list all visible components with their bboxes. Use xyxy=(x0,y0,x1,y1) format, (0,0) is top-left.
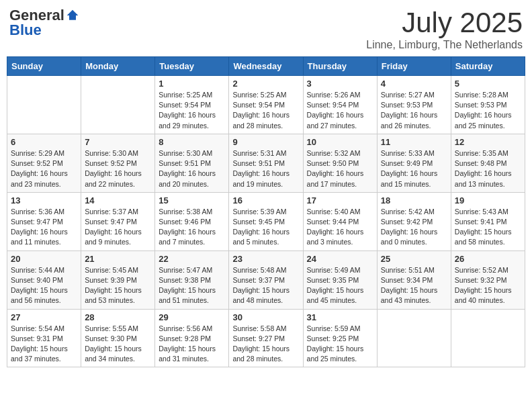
calendar-table: SundayMondayTuesdayWednesdayThursdayFrid… xyxy=(7,56,525,367)
location-title: Linne, Limburg, The Netherlands xyxy=(366,39,523,51)
day-info: Sunrise: 5:51 AM Sunset: 9:34 PM Dayligh… xyxy=(381,265,447,306)
day-number: 27 xyxy=(11,312,77,322)
weekday-header-wednesday: Wednesday xyxy=(229,57,303,76)
day-number: 4 xyxy=(381,79,447,89)
day-info: Sunrise: 5:40 AM Sunset: 9:44 PM Dayligh… xyxy=(307,207,373,248)
day-info: Sunrise: 5:38 AM Sunset: 9:46 PM Dayligh… xyxy=(159,207,225,248)
calendar-cell: 13Sunrise: 5:36 AM Sunset: 9:47 PM Dayli… xyxy=(7,192,81,250)
day-number: 19 xyxy=(455,195,521,205)
calendar-cell xyxy=(451,309,525,367)
day-number: 10 xyxy=(307,137,373,147)
day-info: Sunrise: 5:30 AM Sunset: 9:51 PM Dayligh… xyxy=(159,148,225,189)
day-number: 14 xyxy=(85,195,151,205)
calendar-cell: 11Sunrise: 5:33 AM Sunset: 9:49 PM Dayli… xyxy=(377,134,451,192)
day-number: 13 xyxy=(11,195,77,205)
calendar-cell: 10Sunrise: 5:32 AM Sunset: 9:50 PM Dayli… xyxy=(303,134,377,192)
day-info: Sunrise: 5:28 AM Sunset: 9:53 PM Dayligh… xyxy=(455,90,521,131)
day-info: Sunrise: 5:25 AM Sunset: 9:54 PM Dayligh… xyxy=(159,90,225,131)
day-number: 21 xyxy=(85,254,151,264)
calendar-cell: 7Sunrise: 5:30 AM Sunset: 9:52 PM Daylig… xyxy=(81,134,155,192)
day-info: Sunrise: 5:32 AM Sunset: 9:50 PM Dayligh… xyxy=(307,148,373,189)
day-info: Sunrise: 5:55 AM Sunset: 9:30 PM Dayligh… xyxy=(85,324,151,365)
weekday-header-row: SundayMondayTuesdayWednesdayThursdayFrid… xyxy=(7,57,525,76)
day-info: Sunrise: 5:33 AM Sunset: 9:49 PM Dayligh… xyxy=(381,148,447,189)
day-number: 30 xyxy=(232,312,299,322)
day-info: Sunrise: 5:30 AM Sunset: 9:52 PM Dayligh… xyxy=(85,148,151,189)
calendar-cell: 22Sunrise: 5:47 AM Sunset: 9:38 PM Dayli… xyxy=(155,250,229,309)
calendar-cell: 27Sunrise: 5:54 AM Sunset: 9:31 PM Dayli… xyxy=(7,309,81,367)
day-info: Sunrise: 5:39 AM Sunset: 9:45 PM Dayligh… xyxy=(232,207,299,248)
week-row-1: 1Sunrise: 5:25 AM Sunset: 9:54 PM Daylig… xyxy=(7,76,525,134)
day-number: 23 xyxy=(232,254,299,264)
calendar-cell: 9Sunrise: 5:31 AM Sunset: 9:51 PM Daylig… xyxy=(229,134,303,192)
calendar-cell: 23Sunrise: 5:48 AM Sunset: 9:37 PM Dayli… xyxy=(229,250,303,309)
day-info: Sunrise: 5:35 AM Sunset: 9:48 PM Dayligh… xyxy=(455,148,521,189)
calendar-cell: 20Sunrise: 5:44 AM Sunset: 9:40 PM Dayli… xyxy=(7,250,81,309)
day-info: Sunrise: 5:45 AM Sunset: 9:39 PM Dayligh… xyxy=(85,265,151,306)
day-number: 29 xyxy=(159,312,225,322)
month-title: July 2025 xyxy=(366,7,523,39)
day-number: 31 xyxy=(307,312,373,322)
calendar-cell xyxy=(377,309,451,367)
page-header: General Blue July 2025 Linne, Limburg, T… xyxy=(7,7,525,51)
weekday-header-monday: Monday xyxy=(81,57,155,76)
calendar-cell: 14Sunrise: 5:37 AM Sunset: 9:47 PM Dayli… xyxy=(81,192,155,250)
day-number: 9 xyxy=(232,137,299,147)
day-info: Sunrise: 5:48 AM Sunset: 9:37 PM Dayligh… xyxy=(232,265,299,306)
week-row-3: 13Sunrise: 5:36 AM Sunset: 9:47 PM Dayli… xyxy=(7,192,525,250)
logo-icon xyxy=(66,9,79,22)
weekday-header-friday: Friday xyxy=(377,57,451,76)
day-number: 17 xyxy=(307,195,373,205)
calendar-cell: 29Sunrise: 5:56 AM Sunset: 9:28 PM Dayli… xyxy=(155,309,229,367)
calendar-cell: 5Sunrise: 5:28 AM Sunset: 9:53 PM Daylig… xyxy=(451,76,525,134)
day-number: 26 xyxy=(455,254,521,264)
day-number: 5 xyxy=(455,79,521,89)
calendar-cell: 30Sunrise: 5:58 AM Sunset: 9:27 PM Dayli… xyxy=(229,309,303,367)
calendar-cell: 4Sunrise: 5:27 AM Sunset: 9:53 PM Daylig… xyxy=(377,76,451,134)
day-number: 11 xyxy=(381,137,447,147)
day-info: Sunrise: 5:25 AM Sunset: 9:54 PM Dayligh… xyxy=(232,90,299,131)
calendar-cell: 2Sunrise: 5:25 AM Sunset: 9:54 PM Daylig… xyxy=(229,76,303,134)
logo: General Blue xyxy=(9,7,79,39)
weekday-header-thursday: Thursday xyxy=(303,57,377,76)
day-number: 20 xyxy=(11,254,77,264)
calendar-cell: 6Sunrise: 5:29 AM Sunset: 9:52 PM Daylig… xyxy=(7,134,81,192)
week-row-2: 6Sunrise: 5:29 AM Sunset: 9:52 PM Daylig… xyxy=(7,134,525,192)
day-number: 2 xyxy=(232,79,299,89)
day-info: Sunrise: 5:31 AM Sunset: 9:51 PM Dayligh… xyxy=(232,148,299,189)
day-number: 12 xyxy=(455,137,521,147)
calendar-cell: 8Sunrise: 5:30 AM Sunset: 9:51 PM Daylig… xyxy=(155,134,229,192)
calendar-cell: 21Sunrise: 5:45 AM Sunset: 9:39 PM Dayli… xyxy=(81,250,155,309)
calendar-cell: 25Sunrise: 5:51 AM Sunset: 9:34 PM Dayli… xyxy=(377,250,451,309)
day-info: Sunrise: 5:58 AM Sunset: 9:27 PM Dayligh… xyxy=(232,324,299,365)
calendar-cell: 16Sunrise: 5:39 AM Sunset: 9:45 PM Dayli… xyxy=(229,192,303,250)
week-row-4: 20Sunrise: 5:44 AM Sunset: 9:40 PM Dayli… xyxy=(7,250,525,309)
day-number: 25 xyxy=(381,254,447,264)
calendar-cell xyxy=(81,76,155,134)
day-info: Sunrise: 5:29 AM Sunset: 9:52 PM Dayligh… xyxy=(11,148,77,189)
day-info: Sunrise: 5:44 AM Sunset: 9:40 PM Dayligh… xyxy=(11,265,77,306)
calendar-cell xyxy=(7,76,81,134)
weekday-header-saturday: Saturday xyxy=(451,57,525,76)
day-number: 6 xyxy=(11,137,77,147)
day-number: 1 xyxy=(159,79,225,89)
week-row-5: 27Sunrise: 5:54 AM Sunset: 9:31 PM Dayli… xyxy=(7,309,525,367)
day-number: 22 xyxy=(159,254,225,264)
day-info: Sunrise: 5:54 AM Sunset: 9:31 PM Dayligh… xyxy=(11,324,77,365)
title-block: July 2025 Linne, Limburg, The Netherland… xyxy=(366,7,523,51)
day-info: Sunrise: 5:42 AM Sunset: 9:42 PM Dayligh… xyxy=(381,207,447,248)
calendar-cell: 19Sunrise: 5:43 AM Sunset: 9:41 PM Dayli… xyxy=(451,192,525,250)
day-info: Sunrise: 5:37 AM Sunset: 9:47 PM Dayligh… xyxy=(85,207,151,248)
day-number: 16 xyxy=(232,195,299,205)
calendar-cell: 18Sunrise: 5:42 AM Sunset: 9:42 PM Dayli… xyxy=(377,192,451,250)
weekday-header-tuesday: Tuesday xyxy=(155,57,229,76)
day-info: Sunrise: 5:36 AM Sunset: 9:47 PM Dayligh… xyxy=(11,207,77,248)
calendar-cell: 28Sunrise: 5:55 AM Sunset: 9:30 PM Dayli… xyxy=(81,309,155,367)
day-number: 8 xyxy=(159,137,225,147)
calendar-cell: 1Sunrise: 5:25 AM Sunset: 9:54 PM Daylig… xyxy=(155,76,229,134)
logo-blue-text: Blue xyxy=(9,21,42,39)
day-info: Sunrise: 5:43 AM Sunset: 9:41 PM Dayligh… xyxy=(455,207,521,248)
day-info: Sunrise: 5:52 AM Sunset: 9:32 PM Dayligh… xyxy=(455,265,521,306)
day-info: Sunrise: 5:47 AM Sunset: 9:38 PM Dayligh… xyxy=(159,265,225,306)
calendar-cell: 17Sunrise: 5:40 AM Sunset: 9:44 PM Dayli… xyxy=(303,192,377,250)
